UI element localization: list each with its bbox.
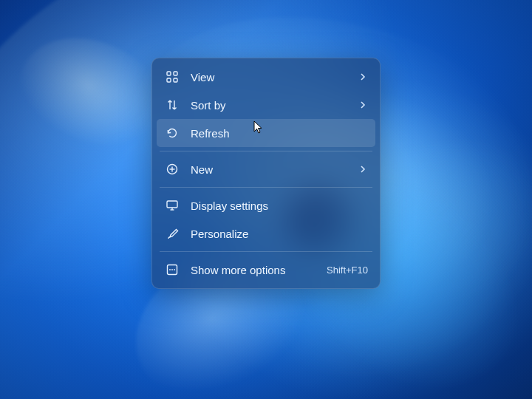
paintbrush-icon bbox=[164, 225, 180, 242]
svg-rect-0 bbox=[167, 72, 171, 75]
menu-item-display-settings[interactable]: Display settings bbox=[157, 191, 375, 219]
chevron-right-icon bbox=[358, 164, 368, 174]
view-grid-icon bbox=[164, 69, 180, 85]
chevron-right-icon bbox=[358, 72, 368, 82]
svg-rect-1 bbox=[174, 72, 177, 75]
svg-rect-3 bbox=[174, 78, 177, 82]
chevron-right-icon bbox=[358, 100, 368, 110]
refresh-icon bbox=[164, 125, 180, 141]
svg-point-11 bbox=[169, 269, 171, 270]
svg-rect-2 bbox=[167, 78, 171, 82]
mouse-cursor bbox=[253, 120, 264, 135]
display-icon bbox=[164, 197, 180, 214]
menu-label: View bbox=[191, 71, 358, 83]
menu-shortcut: Shift+F10 bbox=[327, 265, 368, 276]
menu-item-new[interactable]: New bbox=[157, 155, 375, 183]
svg-rect-7 bbox=[167, 201, 177, 208]
menu-item-personalize[interactable]: Personalize bbox=[157, 219, 375, 248]
more-options-icon bbox=[164, 262, 180, 278]
menu-label: Display settings bbox=[191, 200, 368, 212]
menu-item-view[interactable]: View bbox=[157, 63, 375, 91]
svg-point-13 bbox=[174, 269, 175, 270]
menu-label: Personalize bbox=[191, 228, 368, 240]
menu-label: Show more options bbox=[191, 264, 327, 276]
sort-arrows-icon bbox=[164, 97, 180, 113]
menu-item-show-more-options[interactable]: Show more options Shift+F10 bbox=[157, 256, 375, 284]
menu-item-sort-by[interactable]: Sort by bbox=[157, 91, 375, 119]
plus-circle-icon bbox=[164, 161, 180, 177]
menu-label: Refresh bbox=[191, 127, 368, 140]
menu-label: New bbox=[191, 163, 358, 176]
menu-separator bbox=[160, 151, 372, 151]
svg-point-12 bbox=[171, 269, 173, 270]
menu-separator bbox=[160, 251, 372, 252]
menu-separator bbox=[160, 187, 372, 188]
desktop-context-menu: View Sort by Refresh New Display setting… bbox=[151, 58, 381, 289]
menu-label: Sort by bbox=[191, 99, 358, 112]
menu-item-refresh[interactable]: Refresh bbox=[157, 119, 375, 147]
